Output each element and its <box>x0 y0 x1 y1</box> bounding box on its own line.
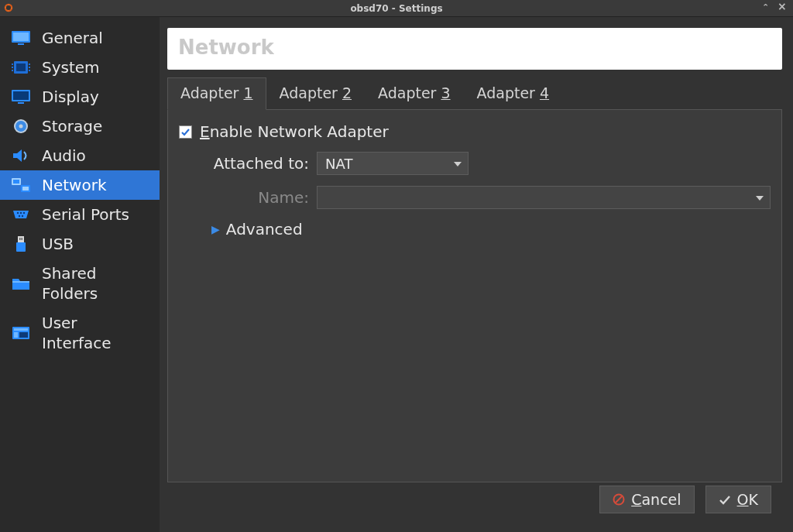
name-select[interactable] <box>317 186 771 209</box>
chip-icon <box>11 59 31 76</box>
name-label: Name: <box>179 188 309 207</box>
sidebar-item-shared-folders[interactable]: Shared Folders <box>0 259 160 308</box>
sidebar-item-audio[interactable]: Audio <box>0 141 160 170</box>
app-icon <box>3 2 14 15</box>
svg-rect-11 <box>29 67 30 68</box>
svg-rect-32 <box>12 281 29 283</box>
svg-rect-22 <box>22 187 29 190</box>
svg-point-23 <box>17 212 19 214</box>
attached-to-select[interactable]: NAT <box>317 152 469 175</box>
svg-rect-7 <box>12 63 13 65</box>
page-title: Network <box>178 36 274 59</box>
svg-rect-15 <box>18 102 24 104</box>
dialog-footer: Cancel OK <box>167 482 782 526</box>
tab-adapter-3[interactable]: Adapter 3 <box>365 77 464 110</box>
svg-point-1 <box>6 5 11 10</box>
tab-adapter-4[interactable]: Adapter 4 <box>464 77 563 110</box>
svg-rect-6 <box>16 63 26 71</box>
svg-rect-29 <box>16 242 26 252</box>
svg-rect-35 <box>14 332 18 338</box>
minimize-icon[interactable] <box>762 2 773 12</box>
svg-point-26 <box>19 215 20 217</box>
disk-icon <box>11 118 31 135</box>
sidebar-item-label: General <box>42 28 103 48</box>
usb-icon <box>11 235 31 252</box>
svg-rect-8 <box>12 67 13 68</box>
cancel-icon <box>613 493 625 506</box>
advanced-disclosure[interactable]: ▶ Advanced <box>211 220 771 239</box>
svg-rect-31 <box>22 238 23 240</box>
sidebar-item-label: USB <box>42 234 74 254</box>
adapter-panel: Enable Network Adapter Attached to: NAT <box>167 109 782 482</box>
sidebar-item-storage[interactable]: Storage <box>0 112 160 141</box>
svg-rect-34 <box>14 328 28 331</box>
settings-sidebar: General System Display Storage <box>0 17 160 532</box>
display-icon <box>11 88 31 105</box>
network-icon <box>11 177 31 194</box>
svg-rect-36 <box>19 332 28 338</box>
sidebar-item-usb[interactable]: USB <box>0 229 160 259</box>
ok-button[interactable]: OK <box>705 486 771 513</box>
sidebar-item-label: System <box>42 57 100 77</box>
enable-network-label: Enable Network Adapter <box>200 122 389 141</box>
settings-window: obsd70 - Settings General System <box>0 0 793 532</box>
attached-to-label: Attached to: <box>179 154 309 173</box>
svg-rect-4 <box>18 43 24 45</box>
svg-rect-12 <box>29 70 30 71</box>
sidebar-item-label: Serial Ports <box>42 204 129 225</box>
sidebar-item-label: User Interface <box>42 313 150 353</box>
svg-rect-10 <box>29 63 30 65</box>
svg-point-25 <box>23 212 25 214</box>
sidebar-item-serial-ports[interactable]: Serial Ports <box>0 200 160 229</box>
window-title: obsd70 - Settings <box>0 3 793 14</box>
speaker-icon <box>11 147 31 164</box>
sidebar-item-label: Shared Folders <box>42 263 150 304</box>
svg-point-27 <box>22 215 23 217</box>
svg-rect-14 <box>13 91 29 100</box>
serial-port-icon <box>11 206 31 223</box>
adapter-tabs: Adapter 1 Adapter 2 Adapter 3 Adapter 4 <box>167 77 782 110</box>
enable-network-checkbox[interactable] <box>179 125 192 139</box>
sidebar-item-label: Network <box>42 175 107 195</box>
svg-rect-21 <box>13 180 19 184</box>
sidebar-item-system[interactable]: System <box>0 53 160 82</box>
close-icon[interactable] <box>778 2 788 12</box>
sidebar-item-label: Display <box>42 87 99 107</box>
title-bar: obsd70 - Settings <box>0 0 793 17</box>
cancel-button[interactable]: Cancel <box>599 486 694 513</box>
advanced-label: Advanced <box>226 220 303 239</box>
sidebar-item-label: Storage <box>42 116 102 136</box>
chevron-right-icon: ▶ <box>211 223 220 235</box>
check-icon <box>719 493 731 506</box>
svg-rect-28 <box>18 236 24 242</box>
svg-rect-30 <box>19 238 21 240</box>
svg-point-24 <box>20 212 22 214</box>
layout-icon <box>11 324 31 342</box>
svg-rect-3 <box>13 33 29 41</box>
monitor-icon <box>11 29 31 46</box>
svg-line-38 <box>616 496 622 503</box>
content-pane: Network Adapter 1 Adapter 2 Adapter 3 Ad… <box>160 17 793 532</box>
sidebar-item-general[interactable]: General <box>0 23 160 53</box>
tab-adapter-1[interactable]: Adapter 1 <box>167 77 266 110</box>
svg-rect-9 <box>12 70 13 71</box>
page-header: Network <box>167 28 782 70</box>
sidebar-item-label: Audio <box>42 146 86 166</box>
svg-point-18 <box>19 125 23 129</box>
tab-adapter-2[interactable]: Adapter 2 <box>266 77 366 110</box>
sidebar-item-display[interactable]: Display <box>0 82 160 112</box>
sidebar-item-network[interactable]: Network <box>0 170 160 200</box>
sidebar-item-user-interface[interactable]: User Interface <box>0 308 160 358</box>
folder-icon <box>11 275 31 292</box>
